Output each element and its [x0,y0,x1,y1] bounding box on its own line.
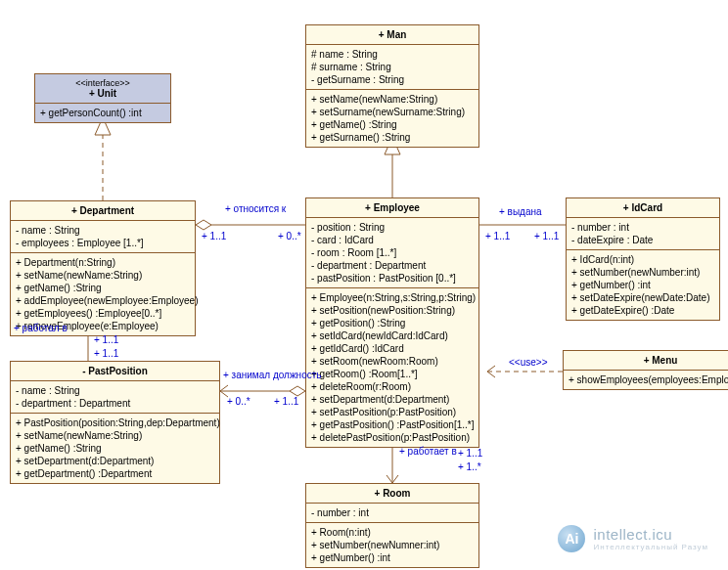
attr: - dateExpire : Date [571,234,714,246]
op: + getDateExpire() :Date [571,304,714,317]
op: + getName() :String [311,118,474,131]
attr: - name : String [16,384,214,397]
op: + setPosition(newPosition:String) [311,304,474,317]
op: + deletePastPosition(p:PastPosition) [311,431,474,444]
class-title: - PastPosition [17,366,213,376]
op: + getPosition() :String [311,317,474,329]
op: + getNumber() :int [311,551,474,564]
stereotype: <<interface>> [41,78,164,88]
op: + setName(newName:String) [311,93,474,106]
class-employee: + Employee - position : String - card : … [305,197,479,448]
op: + Employee(n:String,s:String,p:String) [311,291,474,304]
op: + setNumber(newNumner:int) [311,539,474,551]
class-department: + Department - name : String - employees… [10,200,196,336]
op: + setDepartment(d:Department) [16,455,214,467]
class-room: + Room - number : int + Room(n:int) + se… [305,483,479,568]
op: + Room(n:int) [311,526,474,539]
op: + setName(newName:String) [16,269,190,282]
op: + getName() :String [16,442,214,455]
assoc-emp-room-name: + работает в [399,446,457,457]
op: + setIdCard(newIdCard:IdCard) [311,329,474,342]
attr: - card : IdCard [311,234,474,246]
svg-marker-5 [196,220,211,230]
op: + addEmployee(newEmployee:Employee) [16,294,190,307]
class-title: + Unit [41,88,164,99]
assoc-emp-room-m2: + 1..* [458,461,481,472]
attr: # name : String [311,48,474,61]
op: + getPastPosition() :PastPosition[1..*] [311,418,474,431]
class-pastposition: - PastPosition - name : String - departm… [10,361,220,484]
class-idcard: + IdCard - number : int - dateExpire : D… [566,197,720,321]
attr: - getSurname : String [311,73,474,86]
op: + setPastPosition(p:PastPosition) [311,406,474,418]
class-title: + Man [312,29,473,40]
assoc-pp-emp-m1: + 0..* [227,396,250,407]
op: + setName(newName:String) [16,429,214,442]
class-man: + Man # name : String # surname : String… [305,24,479,148]
op: + setSurname(newSurname:String) [311,106,474,118]
op: + IdCard(n:int) [571,253,714,266]
op: + getIdCard() :IdCard [311,342,474,355]
assoc-pp-dep-name: + работал в [14,323,68,333]
op: + getSurname() :String [311,131,474,144]
attr: - employees : Employee [1..*] [16,237,190,249]
op: + getEmployees() :Employee[0..*] [16,307,190,320]
assoc-pp-dep-m2: + 1..1 [94,348,118,359]
op: + getNumber() :int [571,279,714,291]
class-unit: <<interface>> + Unit + getPersonCount() … [34,73,171,123]
attr: - department : Department [16,397,214,410]
assoc-pp-emp-name: + занимал должность [223,370,322,380]
op: + setDepartment(d:Department) [311,393,474,406]
assoc-emp-idcard-name: + выдана [499,206,542,217]
attr: - room : Room [1..*] [311,246,474,259]
assoc-pp-emp-m2: + 1..1 [274,396,298,407]
class-title: + Menu [569,355,728,366]
attr: - name : String [16,224,190,237]
op: + getPersonCount() :int [40,107,165,119]
op: + showEmployees(employees:Employee[0..*]… [569,373,728,386]
assoc-dep-emp-name: + относится к [225,203,286,214]
class-title: + Department [17,205,189,216]
watermark-logo-icon: Ai [558,525,585,552]
attr: - number : int [311,506,474,519]
op: + getName() :String [16,282,190,294]
attr: - position : String [311,221,474,234]
attr: - pastPosition : PastPosition [0..*] [311,272,474,285]
op: + getDepartment() :Department [16,467,214,480]
assoc-emp-idcard-m1: + 1..1 [485,231,510,241]
assoc-dep-emp-m1: + 1..1 [202,231,226,241]
attr: - department : Department [311,259,474,272]
op: + PastPosition(position:String,dep:Depar… [16,417,214,429]
op: + setNumber(newNumber:int) [571,266,714,279]
class-title: + IdCard [572,202,713,213]
op: + setDateExpire(newDate:Date) [571,291,714,304]
assoc-menu-use: <<use>> [509,357,547,368]
attr: # surname : String [311,61,474,73]
assoc-pp-dep-m1: + 1..1 [94,334,118,345]
assoc-emp-idcard-m2: + 1..1 [534,231,559,241]
svg-marker-9 [290,386,305,396]
class-title: + Room [312,488,473,499]
watermark: Ai intellect.icu Интеллектуальный Разум [558,525,708,552]
assoc-dep-emp-m2: + 0..* [278,231,301,241]
op: + deleteRoom(r:Room) [311,380,474,393]
op: + Department(n:String) [16,256,190,269]
assoc-emp-room-m1: + 1..1 [458,448,482,459]
class-title: + Employee [312,202,473,213]
attr: - number : int [571,221,714,234]
op: + getRoom() :Room[1..*] [311,368,474,380]
class-menu: + Menu + showEmployees(employees:Employe… [563,350,728,390]
op: + setRoom(newRoom:Room) [311,355,474,368]
watermark-sub: Интеллектуальный Разум [593,543,708,551]
watermark-title: intellect.icu [593,526,708,543]
